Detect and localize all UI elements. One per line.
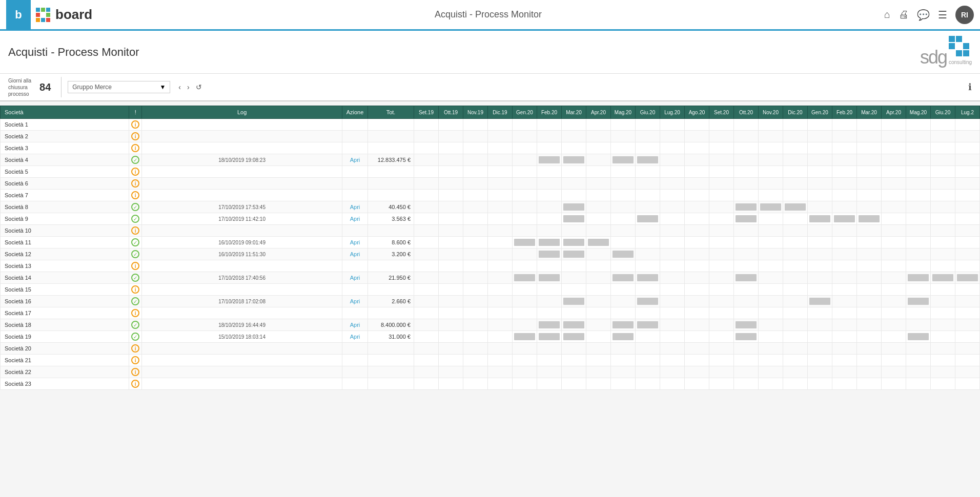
cell-month-1 (439, 378, 463, 390)
cell-month-18 (857, 355, 882, 366)
cell-month-21 (931, 378, 955, 390)
cell-month-16 (808, 225, 832, 237)
cell-month-9 (636, 307, 660, 319)
cell-month-6 (562, 355, 586, 366)
cell-societa: Società 10 (1, 225, 129, 237)
cell-tot: 3.200 € (368, 248, 414, 260)
cell-azione[interactable]: Apri (342, 237, 368, 248)
cell-month-2 (463, 307, 488, 319)
cell-month-18 (857, 190, 882, 201)
cell-month-21 (931, 178, 955, 190)
table-row: Società 19✓15/10/2019 18:03:14Apri31.000… (1, 331, 980, 343)
cell-month-19 (882, 142, 906, 154)
cell-month-16 (808, 355, 832, 366)
filter-reset-button[interactable]: ↺ (194, 82, 204, 92)
cell-azione[interactable]: Apri (342, 331, 368, 343)
cell-societa: Società 4 (1, 154, 129, 166)
cell-month-2 (463, 284, 488, 296)
cell-month-10 (660, 260, 685, 272)
cell-month-5 (537, 225, 562, 237)
cell-azione[interactable]: Apri (342, 213, 368, 225)
cell-month-19 (882, 190, 906, 201)
col-header-azione: Azione (342, 106, 368, 119)
cell-azione[interactable]: Apri (342, 201, 368, 213)
cell-month-7 (586, 119, 611, 131)
cell-log (142, 284, 342, 296)
cell-month-18 (857, 343, 882, 355)
menu-icon[interactable]: ☰ (938, 9, 947, 21)
cell-month-4 (513, 343, 537, 355)
cell-month-22 (955, 284, 980, 296)
cell-tot: 12.833.475 € (368, 154, 414, 166)
cell-month-21 (931, 213, 955, 225)
filter-next-button[interactable]: › (185, 82, 192, 92)
col-header-month-9: Giu.20 (636, 106, 660, 119)
chat-icon[interactable]: 💬 (917, 9, 930, 21)
cell-month-4 (513, 166, 537, 178)
cell-month-19 (882, 248, 906, 260)
cell-azione[interactable]: Apri (342, 248, 368, 260)
cell-month-10 (660, 307, 685, 319)
cell-month-22 (955, 213, 980, 225)
gruppo-merce-dropdown[interactable]: Gruppo Merce ▼ (68, 81, 170, 93)
cell-month-6 (562, 248, 586, 260)
cell-log (142, 131, 342, 142)
gantt-bar (612, 333, 634, 340)
cell-month-19 (882, 225, 906, 237)
table-row: Società 6i (1, 178, 980, 190)
cell-azione[interactable]: Apri (342, 319, 368, 331)
col-header-month-17: Feb.20 (832, 106, 857, 119)
cell-month-22 (955, 355, 980, 366)
cell-month-18 (857, 154, 882, 166)
cell-month-21 (931, 237, 955, 248)
cell-month-18 (857, 331, 882, 343)
col-header-month-19: Apr.20 (882, 106, 906, 119)
gantt-bar (612, 156, 634, 163)
info-icon: i (131, 226, 139, 235)
cell-month-15 (783, 296, 808, 307)
page-title: Acquisti - Process Monitor (8, 46, 139, 59)
info-button[interactable]: ℹ (968, 81, 972, 93)
home-icon[interactable]: ⌂ (884, 9, 890, 20)
filter-prev-button[interactable]: ‹ (176, 82, 183, 92)
user-avatar[interactable]: RI (955, 6, 974, 24)
cell-tot (368, 343, 414, 355)
cell-month-6 (562, 296, 586, 307)
cell-month-1 (439, 260, 463, 272)
cell-month-16 (808, 213, 832, 225)
sdg-logo-grid (949, 36, 969, 56)
gantt-bar (539, 274, 560, 281)
gantt-bar (612, 274, 634, 281)
cell-log: 16/10/2019 09:01:49 (142, 237, 342, 248)
cell-month-8 (611, 296, 636, 307)
cell-log: 15/10/2019 18:03:14 (142, 331, 342, 343)
cell-month-14 (759, 154, 783, 166)
cell-month-1 (439, 248, 463, 260)
cell-month-1 (439, 190, 463, 201)
cell-month-5 (537, 307, 562, 319)
cell-month-2 (463, 343, 488, 355)
cell-month-9 (636, 343, 660, 355)
cell-month-20 (906, 284, 931, 296)
cell-azione[interactable]: Apri (342, 296, 368, 307)
cell-icon: ✓ (129, 213, 142, 225)
cell-month-18 (857, 213, 882, 225)
info-icon: i (131, 168, 139, 176)
print-icon[interactable]: 🖨 (899, 9, 909, 20)
table-row: Società 4✓18/10/2019 19:08:23Apri12.833.… (1, 154, 980, 166)
cell-month-7 (586, 307, 611, 319)
cell-month-17 (832, 213, 857, 225)
cell-month-0 (414, 237, 439, 248)
cell-month-0 (414, 331, 439, 343)
cell-azione (342, 166, 368, 178)
cell-month-17 (832, 178, 857, 190)
cell-icon: i (129, 119, 142, 131)
cell-month-7 (586, 201, 611, 213)
cell-month-9 (636, 355, 660, 366)
cell-azione[interactable]: Apri (342, 154, 368, 166)
cell-month-17 (832, 366, 857, 378)
cell-month-6 (562, 307, 586, 319)
cell-month-2 (463, 190, 488, 201)
cell-month-5 (537, 131, 562, 142)
cell-azione[interactable]: Apri (342, 272, 368, 284)
